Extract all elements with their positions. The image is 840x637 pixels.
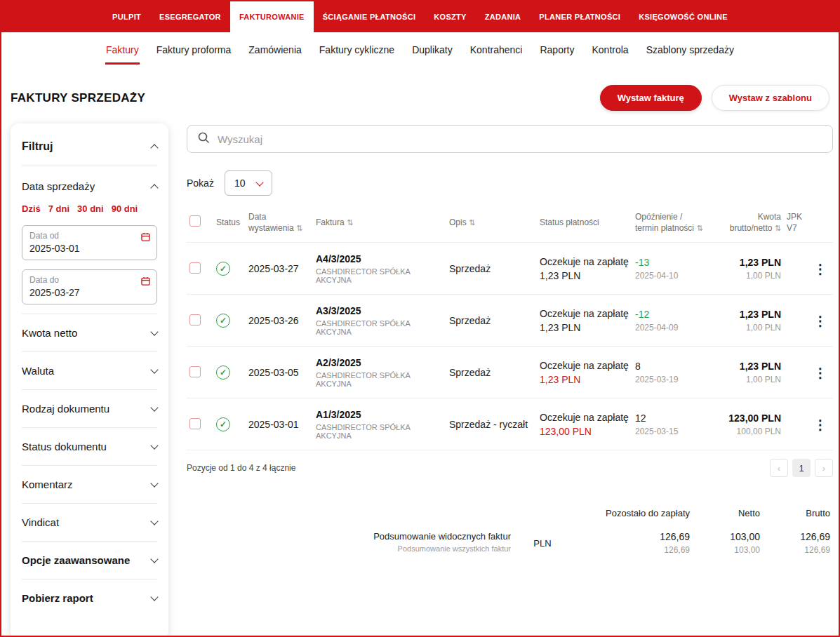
amount-gross: 123,00 PLN bbox=[714, 413, 781, 424]
next-page-button[interactable]: › bbox=[815, 459, 833, 477]
page-size-row: Pokaż 10 bbox=[187, 170, 833, 196]
calendar-icon[interactable] bbox=[141, 232, 150, 244]
section-label: Vindicat bbox=[22, 516, 59, 528]
tab-faktury[interactable]: Faktury bbox=[105, 34, 140, 65]
tab-zamowienia[interactable]: Zamówienia bbox=[248, 34, 302, 65]
quick-filter-90dni[interactable]: 90 dni bbox=[112, 203, 138, 214]
invoice-description: Sprzedaż - ryczałt bbox=[446, 398, 537, 450]
tab-szablony-sprzedazy[interactable]: Szablony sprzedaży bbox=[646, 34, 735, 65]
section-label: Opcje zaawansowane bbox=[22, 554, 130, 566]
due-date: 2025-03-15 bbox=[635, 427, 708, 436]
calendar-icon[interactable] bbox=[141, 276, 150, 288]
section-waluta[interactable]: Waluta bbox=[22, 352, 157, 390]
section-label: Kwota netto bbox=[22, 327, 77, 339]
column-invoice[interactable]: Faktura ⇅ bbox=[313, 200, 446, 243]
section-label: Pobierz raport bbox=[22, 592, 93, 604]
filter-header[interactable]: Filtruj bbox=[22, 123, 157, 166]
invoice-description: Sprzedaż bbox=[446, 243, 537, 295]
invoice-number[interactable]: A4/3/2025 bbox=[316, 253, 444, 264]
table-row: ✓ 2025-03-27 A4/3/2025 CASHDIRECTOR SPÓŁ… bbox=[187, 243, 833, 295]
date-from-field[interactable]: Data od 2025-03-01 bbox=[22, 225, 157, 260]
row-checkbox[interactable] bbox=[189, 262, 201, 274]
payment-status: Oczekuje na zapłatę bbox=[540, 308, 629, 319]
date-to-field[interactable]: Data do 2025-03-27 bbox=[22, 269, 157, 304]
nav-ksiegowosc-online[interactable]: KSIĘGOWOŚĆ ONLINE bbox=[629, 1, 737, 32]
summary-net-all: 103,00 bbox=[690, 545, 760, 555]
tab-kontrahenci[interactable]: Kontrahenci bbox=[469, 34, 524, 65]
section-opcje-zaawansowane[interactable]: Opcje zaawansowane bbox=[22, 542, 157, 579]
column-amount[interactable]: Kwota brutto/netto ⇅ bbox=[711, 200, 784, 243]
issue-from-template-button[interactable]: Wystaw z szablonu bbox=[712, 85, 829, 111]
section-data-sprzedazy[interactable]: Data sprzedaży bbox=[22, 166, 157, 203]
section-vindicat[interactable]: Vindicat bbox=[22, 504, 157, 542]
quick-filter-7dni[interactable]: 7 dni bbox=[48, 203, 69, 214]
delay-days: -13 bbox=[635, 257, 708, 268]
search-icon bbox=[197, 131, 210, 147]
column-status: Status bbox=[213, 200, 246, 243]
sort-icon[interactable]: ⇅ bbox=[696, 224, 702, 232]
sort-icon[interactable]: ⇅ bbox=[469, 218, 475, 227]
row-actions-menu[interactable]: ⋮ bbox=[814, 417, 827, 432]
column-delay[interactable]: Opóźnienie / termin płatności ⇅ bbox=[632, 200, 711, 243]
quick-filter-30dni[interactable]: 30 dni bbox=[77, 203, 104, 214]
nav-esegregator[interactable]: ESEGREGATOR bbox=[150, 1, 230, 32]
jpk-cell bbox=[784, 243, 808, 295]
invoice-number[interactable]: A2/3/2025 bbox=[316, 357, 444, 368]
nav-planer-platnosci[interactable]: PLANER PŁATNOŚCI bbox=[530, 1, 629, 32]
current-page[interactable]: 1 bbox=[792, 459, 811, 477]
row-actions-menu[interactable]: ⋮ bbox=[814, 262, 827, 276]
tab-faktury-proforma[interactable]: Faktury proforma bbox=[156, 34, 232, 65]
search-input[interactable] bbox=[218, 133, 822, 145]
invoice-number[interactable]: A1/3/2025 bbox=[316, 409, 444, 420]
sort-icon[interactable]: ⇅ bbox=[775, 224, 781, 232]
search-box bbox=[187, 125, 833, 153]
section-komentarz[interactable]: Komentarz bbox=[22, 466, 157, 504]
delay-days: -12 bbox=[635, 309, 708, 320]
nav-zadania[interactable]: ZADANIA bbox=[476, 1, 531, 32]
row-actions-menu[interactable]: ⋮ bbox=[814, 366, 827, 380]
quick-filter-dzis[interactable]: Dziś bbox=[22, 203, 41, 214]
summary-to-pay-all: 126,69 bbox=[574, 545, 690, 555]
tab-raporty[interactable]: Raporty bbox=[539, 34, 575, 65]
nav-sciaganie-platnosci[interactable]: ŚCIĄGANIE PŁATNOŚCI bbox=[314, 1, 425, 32]
prev-page-button[interactable]: ‹ bbox=[770, 459, 788, 477]
sort-icon[interactable]: ⇅ bbox=[347, 218, 353, 227]
section-pobierz-raport[interactable]: Pobierz raport bbox=[22, 579, 157, 617]
section-rodzaj-dokumentu[interactable]: Rodzaj dokumentu bbox=[22, 390, 157, 428]
row-checkbox[interactable] bbox=[189, 366, 201, 377]
contractor-name: CASHDIRECTOR SPÓŁKA AKCYJNA bbox=[316, 319, 444, 336]
column-description[interactable]: Opis ⇅ bbox=[446, 200, 537, 243]
select-all-checkbox[interactable] bbox=[189, 215, 201, 227]
summary-header-gross: Brutto bbox=[760, 508, 830, 518]
pagination: ‹ 1 › bbox=[770, 459, 833, 477]
summary-to-pay-visible: 126,69 bbox=[574, 531, 690, 542]
section-label: Status dokumentu bbox=[22, 441, 107, 452]
contractor-name: CASHDIRECTOR SPÓŁKA AKCYJNA bbox=[316, 371, 444, 388]
delay-days: 12 bbox=[635, 413, 708, 424]
amount-gross: 1,23 PLN bbox=[714, 361, 781, 372]
nav-pulpit[interactable]: PULPIT bbox=[103, 1, 150, 32]
tab-faktury-cykliczne[interactable]: Faktury cykliczne bbox=[319, 34, 395, 65]
content: Filtruj Data sprzedaży Dziś 7 dni 30 dni… bbox=[1, 123, 839, 637]
row-checkbox[interactable] bbox=[189, 418, 201, 429]
page-size-select[interactable]: 10 bbox=[225, 170, 272, 196]
nav-koszty[interactable]: KOSZTY bbox=[425, 1, 475, 32]
nav-fakturowanie[interactable]: FAKTUROWANIE bbox=[230, 1, 314, 32]
invoice-number[interactable]: A3/3/2025 bbox=[316, 305, 444, 316]
section-status-dokumentu[interactable]: Status dokumentu bbox=[22, 428, 157, 466]
row-actions-menu[interactable]: ⋮ bbox=[814, 314, 827, 328]
chevron-down-icon bbox=[150, 328, 158, 335]
sort-icon[interactable]: ⇅ bbox=[296, 224, 302, 232]
section-kwota-netto[interactable]: Kwota netto bbox=[22, 314, 157, 352]
issue-date: 2025-03-26 bbox=[246, 295, 313, 347]
issue-invoice-button[interactable]: Wystaw fakturę bbox=[600, 85, 702, 111]
invoice-summary: Pozostało do zapłaty Netto Brutto Podsum… bbox=[187, 508, 833, 555]
tab-kontrola[interactable]: Kontrola bbox=[592, 34, 629, 65]
row-checkbox[interactable] bbox=[189, 314, 201, 326]
chevron-down-icon bbox=[150, 366, 158, 373]
table-row: ✓ 2025-03-01 A1/3/2025 CASHDIRECTOR SPÓŁ… bbox=[187, 398, 833, 450]
chevron-down-icon bbox=[150, 403, 158, 411]
status-ok-icon: ✓ bbox=[216, 262, 230, 276]
tab-duplikaty[interactable]: Duplikaty bbox=[411, 34, 453, 65]
column-issue-date[interactable]: Data wystawienia ⇅ bbox=[246, 200, 313, 243]
